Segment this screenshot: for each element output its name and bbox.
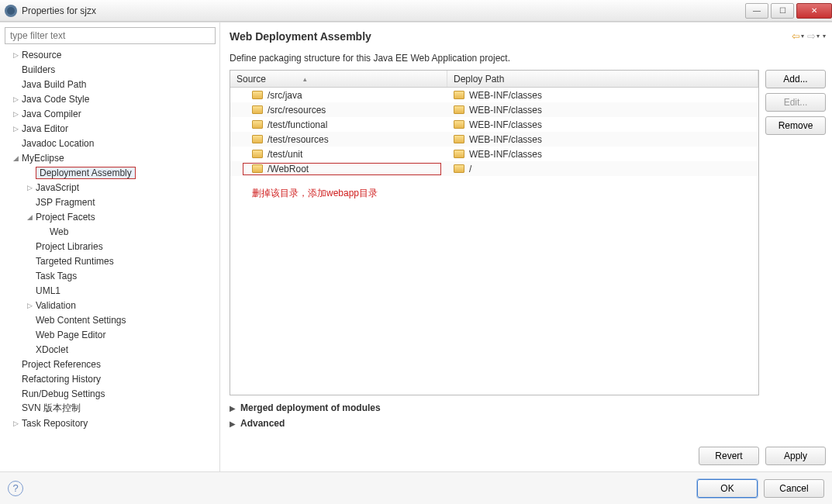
footer: ? OK Cancel [0,471,832,504]
twisty-icon[interactable]: ▷ [25,184,34,192]
tree-item-java-editor[interactable]: ▷Java Editor [5,121,216,136]
window-title: Properties for sjzx [22,5,96,16]
edit-button[interactable]: Edit... [765,93,826,112]
triangle-right-icon: ▶ [230,404,236,413]
remove-button[interactable]: Remove [765,116,826,135]
add-button[interactable]: Add... [765,70,826,88]
twisty-icon[interactable]: ▷ [11,95,20,103]
advanced-label: Advanced [240,418,285,429]
twisty-icon[interactable]: ▷ [11,419,20,427]
table-row[interactable]: /test/functionalWEB-INF/classes [230,117,758,132]
back-arrow-icon[interactable]: ⇦▾ [792,30,804,42]
assembly-table[interactable]: Source ▴ Deploy Path /src/javaWEB-INF/cl… [230,70,759,395]
column-source-label: Source [236,74,266,85]
tree-item-label: Validation [36,300,76,311]
help-icon[interactable]: ? [8,481,23,496]
tree-item-label: Refactoring History [22,374,101,385]
table-row[interactable]: /src/resourcesWEB-INF/classes [230,102,758,117]
cell-source: /test/functional [230,119,447,130]
tree-item-label: Java Editor [22,123,68,134]
twisty-icon[interactable]: ▷ [11,125,20,133]
column-deploy[interactable]: Deploy Path [447,71,758,87]
app-icon [5,5,17,17]
tree-item-web[interactable]: Web [5,224,216,239]
folder-icon [454,105,464,114]
apply-button[interactable]: Apply [765,447,826,465]
twisty-icon[interactable]: ▷ [25,302,34,309]
panel-title: Web Deployment Assembly [230,30,792,43]
tree-item-web-page-editor[interactable]: Web Page Editor [5,327,216,342]
close-button[interactable]: ✕ [796,3,832,19]
tree-item-label: SVN 版本控制 [22,402,81,415]
filter-input[interactable] [5,27,216,44]
ok-button[interactable]: OK [697,479,758,498]
folder-icon [454,164,464,173]
table-row[interactable]: /test/unitWEB-INF/classes [230,147,758,161]
tree-item-label: Java Code Style [22,94,89,105]
tree-item-validation[interactable]: ▷Validation [5,298,216,312]
tree-item-label: Run/Debug Settings [22,388,105,399]
panel-description: Define packaging structure for this Java… [230,53,826,64]
tree-item-project-references[interactable]: Project References [5,357,216,371]
folder-icon [454,150,464,158]
tree-item-label: Java Compiler [22,109,81,119]
source-path: /src/resources [268,105,326,116]
deploy-path: / [469,164,471,174]
column-deploy-label: Deploy Path [454,74,504,85]
tree-item-deployment-assembly[interactable]: Deployment Assembly [5,165,216,180]
tree-item-label: Project References [22,359,101,370]
maximize-button[interactable]: ☐ [771,3,794,19]
revert-button[interactable]: Revert [699,447,759,465]
twisty-icon[interactable]: ◢ [11,154,20,162]
folder-icon [252,135,263,143]
column-source[interactable]: Source ▴ [230,71,447,87]
tree-item-builders[interactable]: Builders [5,62,216,77]
tree-item-refactoring-history[interactable]: Refactoring History [5,371,216,386]
tree-item-web-content-settings[interactable]: Web Content Settings [5,312,216,327]
cancel-button[interactable]: Cancel [764,479,824,498]
tree-item-javascript[interactable]: ▷JavaScript [5,180,216,195]
source-path: /src/java [268,90,302,101]
twisty-icon[interactable]: ◢ [25,213,34,221]
cell-source: /test/unit [230,149,447,160]
tree-item-task-repository[interactable]: ▷Task Repository [5,416,216,430]
tree-item-project-facets[interactable]: ◢Project Facets [5,209,216,224]
tree-item-javadoc-location[interactable]: Javadoc Location [5,136,216,150]
triangle-right-icon: ▶ [230,419,236,428]
minimize-button[interactable]: — [745,3,768,19]
tree-item-svn-[interactable]: SVN 版本控制 [5,401,216,416]
table-row[interactable]: /src/javaWEB-INF/classes [230,88,758,102]
tree-item-targeted-runtimes[interactable]: Targeted Runtimes [5,254,216,268]
tree-item-resource[interactable]: ▷Resource [5,47,216,62]
tree-item-java-code-style[interactable]: ▷Java Code Style [5,91,216,106]
twisty-icon[interactable]: ▷ [11,110,20,118]
twisty-icon[interactable]: ▷ [11,51,20,59]
tree-item-jsp-fragment[interactable]: JSP Fragment [5,195,216,209]
tree-item-project-libraries[interactable]: Project Libraries [5,239,216,254]
tree-item-myeclipse[interactable]: ◢MyEclipse [5,150,216,165]
cell-deploy: / [447,164,758,174]
tree-item-uml1[interactable]: UML1 [5,283,216,298]
forward-arrow-icon[interactable]: ⇨▾ [807,30,820,42]
merged-collapser[interactable]: ▶ Merged deployment of modules [230,400,826,416]
cell-source: /test/resources [230,134,447,145]
cell-deploy: WEB-INF/classes [447,119,758,130]
table-header: Source ▴ Deploy Path [230,71,758,88]
deploy-path: WEB-INF/classes [469,134,542,145]
folder-icon [454,135,464,143]
advanced-collapser[interactable]: ▶ Advanced [230,416,826,431]
table-row[interactable]: /test/resourcesWEB-INF/classes [230,132,758,147]
tree-item-label: Project Libraries [36,241,103,252]
tree-item-java-build-path[interactable]: Java Build Path [5,77,216,91]
sort-indicator-icon: ▴ [303,75,307,83]
tree-item-xdoclet[interactable]: XDoclet [5,342,216,357]
content-area: ▷ResourceBuildersJava Build Path▷Java Co… [0,22,832,471]
folder-icon [454,120,464,129]
folder-icon [252,91,263,99]
property-tree[interactable]: ▷ResourceBuildersJava Build Path▷Java Co… [3,47,216,467]
tree-item-java-compiler[interactable]: ▷Java Compiler [5,106,216,121]
tree-item-run-debug-settings[interactable]: Run/Debug Settings [5,386,216,401]
menu-dropdown-icon[interactable]: ▾ [823,30,826,42]
table-row[interactable]: /WebRoot/ [230,161,758,176]
tree-item-task-tags[interactable]: Task Tags [5,268,216,283]
